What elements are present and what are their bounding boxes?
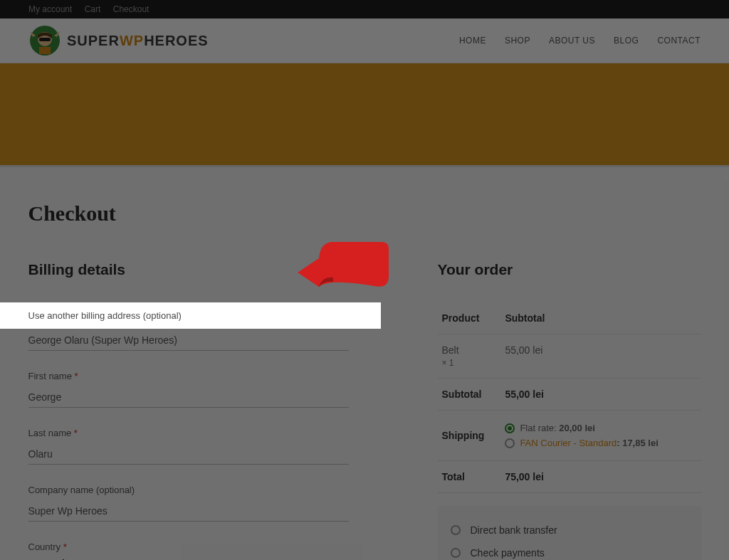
last-name-label: Last name * [28,428,381,438]
topbar-cart[interactable]: Cart [85,4,101,14]
top-bar: My account Cart Checkout [0,0,729,19]
order-heading: Your order [438,261,701,278]
nav-about[interactable]: ABOUT US [549,36,595,46]
payment-bank-transfer[interactable]: Direct bank transfer [451,519,688,541]
total-label: Total [438,461,501,493]
item-price: 55,00 lei [500,334,701,379]
nav-contact[interactable]: CONTACT [657,36,701,46]
payment-bank-label: Direct bank transfer [471,524,557,536]
payment-check[interactable]: Check payments [451,541,688,560]
order-column: Your order Product Subtotal Belt × 1 55,… [438,261,701,560]
topbar-checkout[interactable]: Checkout [113,4,150,14]
first-name-label: First name * [28,371,381,381]
billing-profile-input[interactable] [28,330,349,351]
svg-rect-3 [39,47,51,54]
logo-post: HEROES [144,33,208,49]
last-name-input[interactable] [28,444,349,465]
logo-pre: SUPER [67,33,120,49]
shipping-fan-courier[interactable]: FAN Courier - Standard: 17,85 lei [505,435,696,450]
flat-label: Flat rate: [520,423,559,433]
radio-icon [451,548,461,558]
subtotal-label: Subtotal [438,379,501,411]
radio-selected-icon [505,423,515,433]
subtotal-header: Subtotal [500,302,701,334]
page-title: Checkout [28,201,701,226]
total-value: 75,00 lei [500,461,701,493]
topbar-my-account[interactable]: My account [28,4,72,14]
logo-mid: WP [120,33,144,49]
company-input[interactable] [28,501,349,522]
use-another-address-toggle[interactable]: Use another billing address (optional) [0,302,381,329]
nav-home[interactable]: HOME [459,36,486,46]
table-row: Subtotal 55,00 lei [438,379,701,411]
nav-shop[interactable]: SHOP [505,36,530,46]
shipping-label: Shipping [438,411,501,461]
billing-heading: Billing details [28,261,381,278]
order-table: Product Subtotal Belt × 1 55,00 lei Subt… [438,302,701,493]
site-logo[interactable]: SUPERWPHEROES [28,24,209,57]
hero-icon [28,24,61,57]
fan-label: FAN Courier - Standard [520,438,617,448]
shipping-flat-rate[interactable]: Flat rate: 20,00 lei [505,421,696,435]
svg-rect-2 [39,38,51,41]
table-row: Shipping Flat rate: 20,00 lei FAN Courie… [438,411,701,461]
item-name: Belt [442,344,497,356]
product-header: Product [438,302,501,334]
fan-price: : 17,85 lei [617,438,659,448]
hero-banner [0,63,729,165]
table-row: Belt × 1 55,00 lei [438,334,701,379]
company-label: Company name (optional) [28,485,381,495]
radio-icon [451,525,461,535]
subtotal-value: 55,00 lei [500,379,701,411]
billing-column: Billing details Use another billing addr… [28,261,381,560]
country-label: Country * [28,541,381,552]
radio-icon [505,438,515,448]
header: SUPERWPHEROES HOME SHOP ABOUT US BLOG CO… [0,19,729,63]
table-row: Total 75,00 lei [438,461,701,493]
payment-check-label: Check payments [471,547,545,559]
item-qty: × 1 [442,358,497,368]
nav-blog[interactable]: BLOG [614,36,639,46]
flat-price: 20,00 lei [559,423,595,433]
main-nav: HOME SHOP ABOUT US BLOG CONTACT [459,36,701,46]
payment-box: Direct bank transfer Check payments Cash… [438,506,701,560]
first-name-input[interactable] [28,387,349,408]
